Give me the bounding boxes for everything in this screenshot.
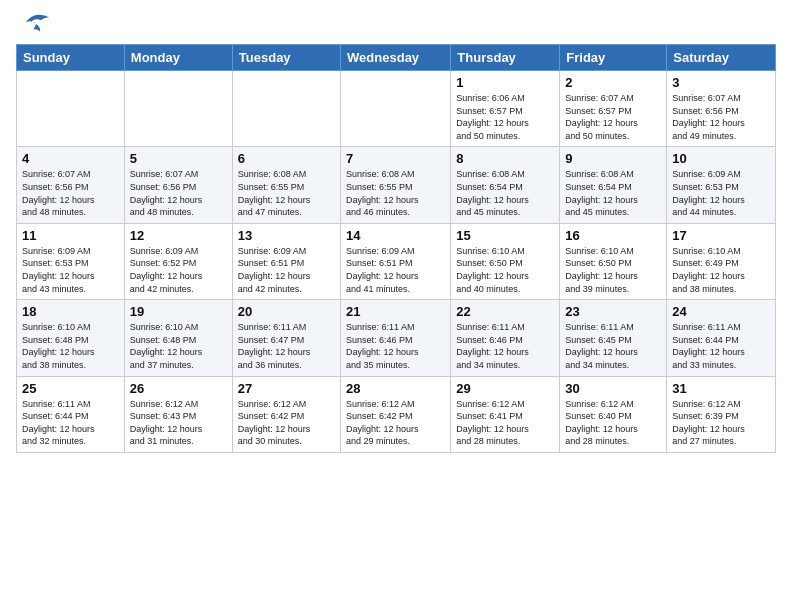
day-info: Sunrise: 6:06 AM Sunset: 6:57 PM Dayligh… [456,92,554,142]
day-info: Sunrise: 6:11 AM Sunset: 6:46 PM Dayligh… [346,321,445,371]
day-number: 14 [346,228,445,243]
day-info: Sunrise: 6:11 AM Sunset: 6:47 PM Dayligh… [238,321,335,371]
day-info: Sunrise: 6:11 AM Sunset: 6:46 PM Dayligh… [456,321,554,371]
day-info: Sunrise: 6:10 AM Sunset: 6:50 PM Dayligh… [456,245,554,295]
day-info: Sunrise: 6:09 AM Sunset: 6:52 PM Dayligh… [130,245,227,295]
day-number: 25 [22,381,119,396]
day-cell: 6Sunrise: 6:08 AM Sunset: 6:55 PM Daylig… [232,147,340,223]
day-number: 28 [346,381,445,396]
day-cell: 25Sunrise: 6:11 AM Sunset: 6:44 PM Dayli… [17,376,125,452]
day-cell: 5Sunrise: 6:07 AM Sunset: 6:56 PM Daylig… [124,147,232,223]
day-info: Sunrise: 6:08 AM Sunset: 6:55 PM Dayligh… [346,168,445,218]
week-row-4: 18Sunrise: 6:10 AM Sunset: 6:48 PM Dayli… [17,300,776,376]
day-number: 31 [672,381,770,396]
day-info: Sunrise: 6:12 AM Sunset: 6:40 PM Dayligh… [565,398,661,448]
calendar-table: SundayMondayTuesdayWednesdayThursdayFrid… [16,44,776,453]
day-info: Sunrise: 6:07 AM Sunset: 6:57 PM Dayligh… [565,92,661,142]
day-number: 26 [130,381,227,396]
day-cell: 12Sunrise: 6:09 AM Sunset: 6:52 PM Dayli… [124,223,232,299]
day-info: Sunrise: 6:07 AM Sunset: 6:56 PM Dayligh… [22,168,119,218]
day-cell [124,71,232,147]
week-row-1: 1Sunrise: 6:06 AM Sunset: 6:57 PM Daylig… [17,71,776,147]
week-row-3: 11Sunrise: 6:09 AM Sunset: 6:53 PM Dayli… [17,223,776,299]
day-info: Sunrise: 6:08 AM Sunset: 6:54 PM Dayligh… [565,168,661,218]
day-number: 27 [238,381,335,396]
day-number: 4 [22,151,119,166]
day-info: Sunrise: 6:12 AM Sunset: 6:41 PM Dayligh… [456,398,554,448]
logo-bird-icon [24,12,52,36]
day-number: 15 [456,228,554,243]
day-number: 21 [346,304,445,319]
header-cell-wednesday: Wednesday [341,45,451,71]
day-number: 20 [238,304,335,319]
day-number: 9 [565,151,661,166]
day-cell: 29Sunrise: 6:12 AM Sunset: 6:41 PM Dayli… [451,376,560,452]
day-info: Sunrise: 6:10 AM Sunset: 6:49 PM Dayligh… [672,245,770,295]
day-cell: 27Sunrise: 6:12 AM Sunset: 6:42 PM Dayli… [232,376,340,452]
calendar-body: 1Sunrise: 6:06 AM Sunset: 6:57 PM Daylig… [17,71,776,453]
day-info: Sunrise: 6:12 AM Sunset: 6:42 PM Dayligh… [346,398,445,448]
day-cell: 19Sunrise: 6:10 AM Sunset: 6:48 PM Dayli… [124,300,232,376]
day-info: Sunrise: 6:07 AM Sunset: 6:56 PM Dayligh… [130,168,227,218]
day-cell: 11Sunrise: 6:09 AM Sunset: 6:53 PM Dayli… [17,223,125,299]
day-number: 24 [672,304,770,319]
day-info: Sunrise: 6:12 AM Sunset: 6:43 PM Dayligh… [130,398,227,448]
day-number: 8 [456,151,554,166]
day-cell: 13Sunrise: 6:09 AM Sunset: 6:51 PM Dayli… [232,223,340,299]
day-number: 19 [130,304,227,319]
week-row-2: 4Sunrise: 6:07 AM Sunset: 6:56 PM Daylig… [17,147,776,223]
day-number: 10 [672,151,770,166]
day-info: Sunrise: 6:10 AM Sunset: 6:48 PM Dayligh… [22,321,119,371]
day-number: 6 [238,151,335,166]
day-cell: 20Sunrise: 6:11 AM Sunset: 6:47 PM Dayli… [232,300,340,376]
day-info: Sunrise: 6:11 AM Sunset: 6:44 PM Dayligh… [22,398,119,448]
day-cell: 21Sunrise: 6:11 AM Sunset: 6:46 PM Dayli… [341,300,451,376]
day-cell: 3Sunrise: 6:07 AM Sunset: 6:56 PM Daylig… [667,71,776,147]
day-info: Sunrise: 6:12 AM Sunset: 6:42 PM Dayligh… [238,398,335,448]
day-number: 3 [672,75,770,90]
day-info: Sunrise: 6:08 AM Sunset: 6:55 PM Dayligh… [238,168,335,218]
day-cell [17,71,125,147]
day-number: 17 [672,228,770,243]
week-row-5: 25Sunrise: 6:11 AM Sunset: 6:44 PM Dayli… [17,376,776,452]
day-cell: 15Sunrise: 6:10 AM Sunset: 6:50 PM Dayli… [451,223,560,299]
day-info: Sunrise: 6:11 AM Sunset: 6:44 PM Dayligh… [672,321,770,371]
header-row: SundayMondayTuesdayWednesdayThursdayFrid… [17,45,776,71]
day-cell: 10Sunrise: 6:09 AM Sunset: 6:53 PM Dayli… [667,147,776,223]
day-number: 16 [565,228,661,243]
day-cell: 18Sunrise: 6:10 AM Sunset: 6:48 PM Dayli… [17,300,125,376]
day-number: 23 [565,304,661,319]
day-info: Sunrise: 6:10 AM Sunset: 6:48 PM Dayligh… [130,321,227,371]
day-cell: 8Sunrise: 6:08 AM Sunset: 6:54 PM Daylig… [451,147,560,223]
day-info: Sunrise: 6:09 AM Sunset: 6:51 PM Dayligh… [238,245,335,295]
day-number: 2 [565,75,661,90]
day-number: 1 [456,75,554,90]
day-number: 18 [22,304,119,319]
day-cell: 7Sunrise: 6:08 AM Sunset: 6:55 PM Daylig… [341,147,451,223]
day-number: 12 [130,228,227,243]
day-cell: 9Sunrise: 6:08 AM Sunset: 6:54 PM Daylig… [560,147,667,223]
day-info: Sunrise: 6:09 AM Sunset: 6:53 PM Dayligh… [672,168,770,218]
day-number: 22 [456,304,554,319]
day-cell: 26Sunrise: 6:12 AM Sunset: 6:43 PM Dayli… [124,376,232,452]
day-number: 7 [346,151,445,166]
day-info: Sunrise: 6:10 AM Sunset: 6:50 PM Dayligh… [565,245,661,295]
day-cell [232,71,340,147]
day-cell: 23Sunrise: 6:11 AM Sunset: 6:45 PM Dayli… [560,300,667,376]
header-cell-thursday: Thursday [451,45,560,71]
day-cell: 24Sunrise: 6:11 AM Sunset: 6:44 PM Dayli… [667,300,776,376]
day-cell [341,71,451,147]
day-number: 5 [130,151,227,166]
day-number: 13 [238,228,335,243]
day-cell: 2Sunrise: 6:07 AM Sunset: 6:57 PM Daylig… [560,71,667,147]
day-number: 29 [456,381,554,396]
day-info: Sunrise: 6:08 AM Sunset: 6:54 PM Dayligh… [456,168,554,218]
day-cell: 28Sunrise: 6:12 AM Sunset: 6:42 PM Dayli… [341,376,451,452]
day-cell: 1Sunrise: 6:06 AM Sunset: 6:57 PM Daylig… [451,71,560,147]
calendar-wrapper: SundayMondayTuesdayWednesdayThursdayFrid… [0,44,792,461]
day-cell: 4Sunrise: 6:07 AM Sunset: 6:56 PM Daylig… [17,147,125,223]
header-cell-tuesday: Tuesday [232,45,340,71]
day-info: Sunrise: 6:09 AM Sunset: 6:53 PM Dayligh… [22,245,119,295]
header-cell-monday: Monday [124,45,232,71]
day-info: Sunrise: 6:12 AM Sunset: 6:39 PM Dayligh… [672,398,770,448]
